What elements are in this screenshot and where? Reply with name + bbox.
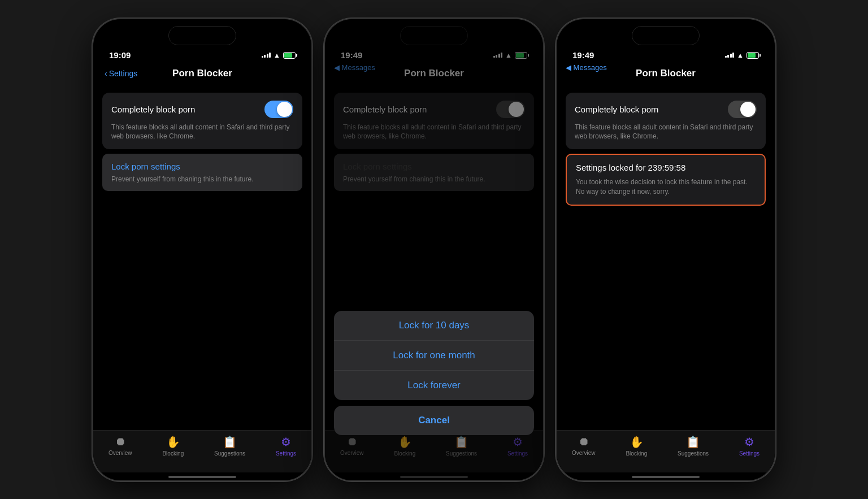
tab-settings[interactable]: ⚙ Settings — [739, 435, 760, 457]
phone-inner: 19:49 ▲ ◀ Messages Porn Blocker — [325, 19, 543, 480]
signal-bar-3 — [730, 54, 732, 58]
lock-btn-label: Lock porn settings — [111, 162, 180, 171]
block-porn-card: Completely block porn This feature block… — [566, 93, 766, 150]
nav-title: Porn Blocker — [636, 68, 696, 79]
dynamic-island — [168, 26, 236, 45]
wifi-icon: ▲ — [274, 51, 280, 59]
settings-tab-label: Settings — [276, 450, 296, 457]
tab-overview[interactable]: ⏺ Overview — [108, 435, 132, 456]
tab-blocking[interactable]: ✋ Blocking — [162, 435, 184, 457]
overview-tab-label: Overview — [108, 450, 132, 456]
overview-icon: ⏺ — [578, 435, 589, 448]
content-area: Completely block porn This feature block… — [93, 84, 311, 262]
battery-fill — [284, 53, 292, 58]
back-arrow: ◀ Messages — [566, 63, 607, 72]
action-sheet-group: Lock for 10 days Lock for one month Lock… — [334, 311, 534, 400]
blocking-tab-label: Blocking — [162, 450, 184, 457]
signal-bar-1 — [725, 56, 727, 58]
block-porn-row: Completely block porn — [575, 101, 757, 118]
action-item-lock-for-one-month[interactable]: Lock for one month — [334, 341, 534, 371]
settings-icon: ⚙ — [281, 435, 291, 449]
block-porn-row: Completely block porn — [111, 101, 293, 118]
dynamic-island — [632, 26, 700, 45]
home-indicator — [168, 476, 236, 478]
phones-container: 19:09 ▲ ‹ Settings Porn Blocker — [92, 18, 776, 481]
spacer — [557, 261, 775, 430]
toggle-thumb — [740, 102, 756, 117]
tab-suggestions[interactable]: 📋 Suggestions — [214, 435, 245, 457]
toggle-thumb — [277, 102, 292, 117]
locked-desc: You took the wise decision to lock this … — [576, 177, 756, 197]
signal-bar-1 — [262, 56, 263, 58]
battery-icon — [747, 52, 759, 59]
action-item-lock-for-10-days[interactable]: Lock for 10 days — [334, 311, 534, 341]
phone-2: 19:49 ▲ ◀ Messages Porn Blocker — [324, 18, 544, 481]
overview-icon: ⏺ — [115, 435, 126, 448]
tab-settings[interactable]: ⚙ Settings — [276, 435, 296, 457]
settings-icon: ⚙ — [744, 435, 754, 449]
overview-tab-label: Overview — [572, 450, 596, 456]
block-porn-desc: This feature blocks all adult content in… — [575, 123, 757, 142]
block-porn-card: Completely block porn This feature block… — [102, 93, 302, 150]
blocking-tab-label: Blocking — [626, 450, 647, 457]
phone-inner: 19:49 ▲ ◀ Messages Porn Blocker — [557, 19, 775, 480]
lock-settings-button[interactable]: Lock porn settings Prevent yourself from… — [102, 154, 302, 191]
status-bar: 19:09 ▲ — [93, 45, 311, 63]
settings-tab-label: Settings — [739, 450, 760, 457]
spacer — [93, 261, 311, 430]
tab-overview[interactable]: ⏺ Overview — [572, 435, 596, 456]
phone-1: 19:09 ▲ ‹ Settings Porn Blocker — [92, 18, 313, 481]
signal-bar-4 — [732, 53, 734, 58]
block-porn-desc: This feature blocks all adult content in… — [111, 123, 293, 142]
blocking-icon: ✋ — [630, 435, 644, 449]
home-indicator — [632, 476, 700, 478]
locked-label: Settings locked for 239:59:58 — [576, 163, 685, 172]
signal-bars — [262, 53, 271, 58]
status-bar: 19:49 ▲ — [557, 45, 775, 63]
status-icons: ▲ — [725, 51, 759, 59]
nav-bar: ◀ Messages Porn Blocker — [557, 63, 775, 84]
content-area: Completely block porn This feature block… — [557, 84, 775, 262]
suggestions-icon: 📋 — [223, 435, 237, 449]
signal-bar-2 — [264, 55, 266, 58]
tab-bar: ⏺ Overview ✋ Blocking 📋 Suggestions ⚙ Se… — [557, 430, 775, 472]
status-time: 19:49 — [572, 50, 594, 60]
wifi-icon: ▲ — [737, 51, 744, 59]
tab-suggestions[interactable]: 📋 Suggestions — [678, 435, 709, 457]
signal-bar-2 — [727, 55, 729, 58]
phone-3: 19:49 ▲ ◀ Messages Porn Blocker — [555, 18, 776, 481]
battery-icon — [283, 52, 296, 59]
nav-back-messages[interactable]: ◀ Messages — [566, 63, 607, 72]
suggestions-tab-label: Suggestions — [678, 450, 709, 457]
back-label: Settings — [109, 69, 138, 78]
block-toggle[interactable] — [728, 101, 757, 118]
tab-bar: ⏺ Overview ✋ Blocking 📋 Suggestions ⚙ Se… — [93, 430, 311, 472]
status-time: 19:09 — [109, 50, 131, 60]
nav-back-settings[interactable]: ‹ Settings — [105, 69, 137, 78]
action-sheet-cancel[interactable]: Cancel — [334, 406, 534, 435]
lock-btn-desc: Prevent yourself from chaning this in th… — [111, 175, 293, 183]
action-item-lock-forever[interactable]: Lock forever — [334, 371, 534, 400]
tab-blocking[interactable]: ✋ Blocking — [626, 435, 647, 457]
status-icons: ▲ — [262, 51, 296, 59]
suggestions-icon: 📋 — [686, 435, 700, 449]
back-chevron: ‹ — [105, 69, 107, 78]
signal-bar-3 — [267, 54, 268, 58]
signal-bar-4 — [269, 53, 271, 58]
blocking-icon: ✋ — [166, 435, 180, 449]
block-porn-label: Completely block porn — [575, 105, 658, 114]
block-toggle[interactable] — [264, 101, 293, 118]
action-sheet: Lock for 10 days Lock for one month Lock… — [334, 311, 534, 435]
phone-inner: 19:09 ▲ ‹ Settings Porn Blocker — [93, 19, 311, 480]
suggestions-tab-label: Suggestions — [214, 450, 245, 457]
battery-fill — [748, 53, 756, 58]
signal-bars — [725, 53, 735, 58]
nav-title: Porn Blocker — [172, 68, 232, 79]
locked-display: Settings locked for 239:59:58 You took t… — [566, 154, 766, 206]
nav-bar: ‹ Settings Porn Blocker — [93, 63, 311, 84]
block-porn-label: Completely block porn — [111, 105, 195, 114]
